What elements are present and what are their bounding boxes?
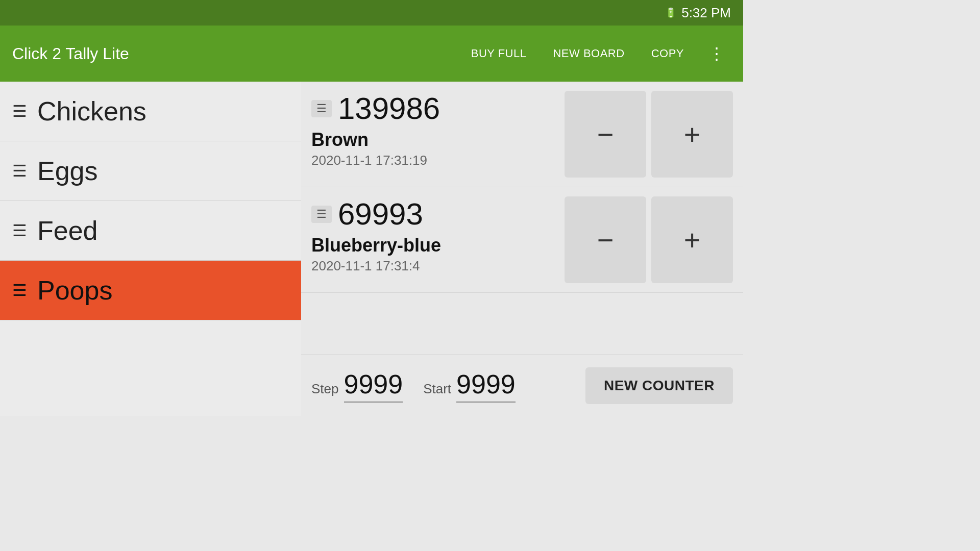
counter-value-row-brown: ☰ 139986 [311, 91, 556, 126]
counter-info-brown: ☰ 139986 Brown 2020-11-1 17:31:19 [311, 91, 556, 178]
drag-icon-blueberry: ☰ [311, 206, 332, 223]
step-start-group: Step 9999 Start 9999 [311, 369, 516, 403]
counter-name-blueberry: Blueberry-blue [311, 235, 556, 256]
decrement-button-blueberry[interactable]: − [565, 196, 646, 283]
status-time: 5:32 PM [681, 5, 731, 21]
list-icon-poops: ☰ [12, 282, 27, 298]
app-title: Click 2 Tally Lite [12, 44, 453, 63]
step-item: Step 9999 [311, 369, 403, 403]
increment-button-brown[interactable]: + [651, 91, 733, 178]
start-item: Start 9999 [423, 369, 516, 403]
counter-row-brown: ☰ 139986 Brown 2020-11-1 17:31:19 − + [301, 82, 743, 187]
sidebar-label-feed: Feed [37, 215, 98, 246]
right-panel: ☰ 139986 Brown 2020-11-1 17:31:19 − + ☰ … [301, 82, 743, 416]
counter-row-blueberry: ☰ 69993 Blueberry-blue 2020-11-1 17:31:4… [301, 187, 743, 293]
counter-timestamp-brown: 2020-11-1 17:31:19 [311, 153, 556, 168]
counter-info-blueberry: ☰ 69993 Blueberry-blue 2020-11-1 17:31:4 [311, 196, 556, 283]
list-icon-eggs: ☰ [12, 163, 27, 179]
buy-full-button[interactable]: BUY FULL [463, 43, 535, 64]
counter-value-row-blueberry: ☰ 69993 [311, 196, 556, 232]
main-content: ☰ Chickens ☰ Eggs ☰ Feed ☰ Poops ☰ 13998… [0, 82, 743, 416]
sidebar-item-feed[interactable]: ☰ Feed [0, 201, 301, 261]
copy-button[interactable]: COPY [643, 43, 692, 64]
sidebar: ☰ Chickens ☰ Eggs ☰ Feed ☰ Poops [0, 82, 301, 416]
sidebar-item-chickens[interactable]: ☰ Chickens [0, 82, 301, 141]
step-label: Step [311, 381, 339, 397]
counter-buttons-brown: − + [565, 91, 733, 178]
sidebar-label-poops: Poops [37, 275, 112, 306]
sidebar-label-eggs: Eggs [37, 156, 98, 186]
list-icon-feed: ☰ [12, 222, 27, 239]
sidebar-label-chickens: Chickens [37, 96, 146, 127]
drag-icon-brown: ☰ [311, 100, 332, 117]
decrement-button-brown[interactable]: − [565, 91, 646, 178]
counter-name-brown: Brown [311, 129, 556, 151]
bottom-bar: Step 9999 Start 9999 NEW COUNTER [301, 355, 743, 416]
sidebar-item-eggs[interactable]: ☰ Eggs [0, 141, 301, 201]
start-value[interactable]: 9999 [456, 369, 516, 403]
counter-value-blueberry: 69993 [338, 196, 423, 232]
increment-button-blueberry[interactable]: + [651, 196, 733, 283]
start-label: Start [423, 381, 451, 397]
app-bar: Click 2 Tally Lite BUY FULL NEW BOARD CO… [0, 26, 743, 82]
counter-buttons-blueberry: − + [565, 196, 733, 283]
counter-value-brown: 139986 [338, 91, 440, 126]
sidebar-item-poops[interactable]: ☰ Poops [0, 261, 301, 320]
step-value[interactable]: 9999 [344, 369, 403, 403]
more-menu-button[interactable]: ⋮ [702, 41, 731, 66]
battery-icon: 🔋 [665, 7, 676, 18]
list-icon-chickens: ☰ [12, 103, 27, 119]
new-counter-button[interactable]: NEW COUNTER [585, 367, 733, 404]
status-bar: 🔋 5:32 PM [0, 0, 743, 26]
new-board-button[interactable]: NEW BOARD [545, 43, 632, 64]
counter-timestamp-blueberry: 2020-11-1 17:31:4 [311, 258, 556, 274]
